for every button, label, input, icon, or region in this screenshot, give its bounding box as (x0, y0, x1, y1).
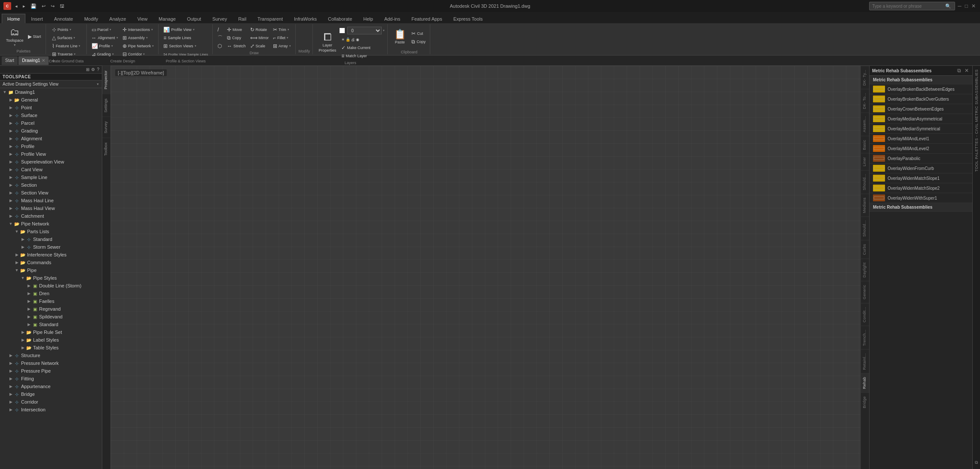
mid-vtab-bridge[interactable]: Bridge (861, 392, 869, 412)
tree-item[interactable]: ▶▣Dren (0, 290, 102, 297)
mid-vtab-liner[interactable]: Liner (861, 153, 869, 170)
alignment-button[interactable]: ↔Alignment ▾ (90, 34, 120, 42)
profile-ribbon-button[interactable]: 📈Profile ▾ (90, 42, 120, 50)
tree-item[interactable]: ▶⊹Standard (0, 235, 102, 243)
tree-expand-icon[interactable]: ▶ (8, 120, 14, 126)
tab-annotate[interactable]: Annotate (49, 14, 79, 23)
tab-rail[interactable]: Rail (233, 14, 252, 23)
fillet-button[interactable]: ⌐Fillet ▾ (271, 34, 293, 42)
tree-item[interactable]: ▼📂Pipe Styles (0, 274, 102, 282)
tree-expand-icon[interactable]: ▼ (8, 221, 14, 227)
tab-view[interactable]: View (132, 14, 153, 23)
quick-access-print[interactable]: 🖫 (58, 3, 66, 9)
mid-vtab-dkto[interactable]: DK- To... (861, 89, 869, 113)
tree-item[interactable]: ▶⊹Mass Haul Line (0, 197, 102, 204)
tree-expand-icon[interactable]: ▶ (8, 159, 14, 165)
tree-expand-icon[interactable]: ▶ (20, 244, 26, 250)
tree-expand-icon[interactable]: ▶ (8, 151, 14, 157)
tree-expand-icon[interactable]: ▶ (8, 383, 14, 389)
subassembly-item[interactable]: OverlayWidenFromCurb (870, 164, 972, 173)
tree-item[interactable]: ▶📂General (0, 96, 102, 104)
subassembly-item[interactable]: OverlayBrokenBackOverGutters (870, 94, 972, 104)
tree-expand-icon[interactable]: ▶ (26, 306, 32, 312)
tree-item[interactable]: ▶⊹Section (0, 181, 102, 189)
tab-output[interactable]: Output (181, 14, 207, 23)
layer-icon1[interactable]: ☀ (341, 37, 345, 42)
copy-clip-button[interactable]: ⧉Copy (410, 38, 427, 46)
mid-vtab-assem[interactable]: Assem... (861, 112, 869, 136)
tree-item[interactable]: ▶⊹Parcel (0, 119, 102, 127)
layer-properties-button[interactable]: ⧠ Layer Properties (316, 31, 339, 55)
subassembly-item[interactable]: OverlayMillAndLevel2 (870, 144, 972, 154)
tab-collaborate[interactable]: Collaborate (322, 14, 358, 23)
tree-item[interactable]: ▶⊹Pressure Network (0, 359, 102, 367)
search-input[interactable] (872, 4, 945, 9)
tab-insert[interactable]: Insert (25, 14, 49, 23)
tree-expand-icon[interactable]: ▼ (2, 89, 8, 95)
start-btn[interactable]: ▶Start (26, 33, 43, 40)
tree-item[interactable]: ▶📂Commands (0, 259, 102, 266)
mirror-button[interactable]: ⟺Mirror (248, 34, 271, 42)
tab-modify[interactable]: Modify (79, 14, 104, 23)
tab-manage[interactable]: Manage (153, 14, 181, 23)
tree-expand-icon[interactable]: ▶ (8, 174, 14, 180)
surfaces-button[interactable]: △Surfaces ▾ (50, 34, 83, 42)
points-button[interactable]: ⊹Points ▾ (50, 26, 83, 34)
tree-expand-icon[interactable]: ▶ (8, 352, 14, 358)
tab-analyze[interactable]: Analyze (104, 14, 132, 23)
feature-line-button[interactable]: ⌇Feature Line ▾ (50, 42, 83, 50)
search-bar[interactable]: 🔍 (869, 2, 955, 10)
tree-item[interactable]: ▼📂Parts Lists (0, 228, 102, 235)
tree-expand-icon[interactable]: ▶ (8, 391, 14, 397)
tree-expand-icon[interactable]: ▶ (26, 321, 32, 327)
tab-home[interactable]: Home (2, 14, 25, 23)
layer-icon4[interactable]: ◉ (356, 37, 359, 42)
tree-expand-icon[interactable]: ▶ (8, 399, 14, 405)
subassembly-item[interactable]: OverlayMedianSymmetrical (870, 124, 972, 134)
window-minimize[interactable]: ─ (957, 3, 962, 9)
quick-access-save[interactable]: 💾 (29, 3, 38, 9)
mid-vtab-medians[interactable]: Medians (861, 194, 869, 216)
tree-item[interactable]: ▶⊹Catchment (0, 212, 102, 220)
tree-expand-icon[interactable]: ▶ (8, 213, 14, 219)
mid-vtab-trench[interactable]: Trench... (861, 326, 869, 349)
subassembly-item[interactable]: OverlayBrokenBackBetweenEdges (870, 84, 972, 94)
tree-item[interactable]: ▶▣Regnvand (0, 305, 102, 313)
tree-item[interactable]: ▶▣Standard (0, 321, 102, 328)
profile-sample-lines-button[interactable]: 54 Profile View Sample Lines (162, 50, 210, 58)
tab-featured-apps[interactable]: Featured Apps (406, 14, 448, 23)
tree-expand-icon[interactable]: ▼ (14, 228, 20, 234)
mid-vtab-generic[interactable]: Generic (861, 281, 869, 303)
tree-item[interactable]: ▶📂Interference Styles (0, 251, 102, 259)
mid-vtab-basic[interactable]: Basic (861, 136, 869, 154)
draw-arc-button[interactable]: ⌒ (216, 34, 224, 42)
tree-item[interactable]: ▶📂Table Styles (0, 344, 102, 352)
tree-expand-icon[interactable]: ▼ (14, 267, 20, 273)
sample-lines-button[interactable]: ≡Sample Lines (162, 34, 210, 42)
tree-item[interactable]: ▶⊹Surface (0, 111, 102, 119)
tree-expand-icon[interactable]: ▶ (8, 407, 14, 413)
tree-expand-icon[interactable]: ▶ (8, 205, 14, 211)
make-current-button[interactable]: ✓Make Current (340, 44, 385, 52)
vtab-settings[interactable]: Settings (102, 94, 110, 117)
corridor-button[interactable]: ⊟Corridor ▾ (121, 50, 156, 58)
trim-button[interactable]: ✂Trim ▾ (271, 26, 293, 34)
tree-expand-icon[interactable]: ▶ (20, 236, 26, 242)
tree-container[interactable]: ▼📁Drawing1▶📂General▶⊹Point▶⊹Surface▶⊹Par… (0, 88, 102, 469)
cut-button[interactable]: ✂Cut (410, 30, 427, 37)
tab-help[interactable]: Help (358, 14, 379, 23)
scale-button[interactable]: ⤢Scale (248, 42, 271, 50)
mid-vtab-should[interactable]: Should... (861, 216, 869, 240)
tree-expand-icon[interactable]: ▶ (14, 252, 20, 258)
tree-expand-icon[interactable]: ▶ (20, 345, 26, 351)
doc-tab-start[interactable]: Start (2, 56, 18, 65)
grid-icon[interactable]: ⊞ (86, 67, 89, 72)
properties-expand-btn[interactable]: ⧉ (956, 68, 962, 74)
settings-icon[interactable]: ⚙ (91, 67, 95, 72)
draw-line-button[interactable]: / (216, 26, 224, 34)
tree-item[interactable]: ▶⊹Profile (0, 142, 102, 150)
tree-item[interactable]: ▶📂Label Styles (0, 336, 102, 344)
assembly-button[interactable]: ⊞Assembly ▾ (121, 34, 156, 42)
mid-vtab-dkty[interactable]: DK- Ty... (861, 66, 869, 89)
tree-expand-icon[interactable]: ▶ (20, 337, 26, 343)
